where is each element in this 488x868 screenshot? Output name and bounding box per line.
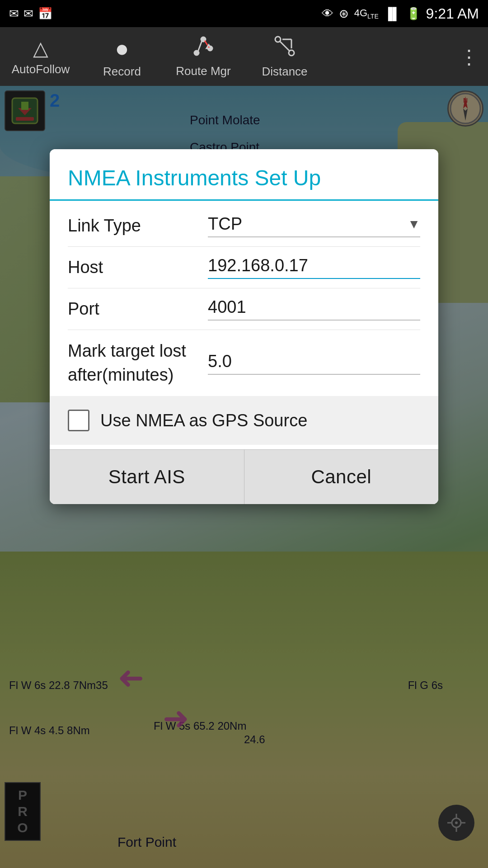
toolbar-routemgr[interactable]: Route Mgr <box>163 27 244 86</box>
cancel-button[interactable]: Cancel <box>244 449 439 504</box>
toolbar-autofollow[interactable]: △ AutoFollow <box>0 27 81 86</box>
dialog-body: Link Type TCP ▼ Host 192.168.0.17 Port <box>50 201 438 449</box>
distance-icon <box>273 35 296 62</box>
link-type-value: TCP <box>208 214 408 234</box>
record-label: Record <box>103 65 141 79</box>
mark-target-label: Mark target lost after(minutes) <box>68 339 208 387</box>
eye-icon: 👁 <box>322 7 333 21</box>
toolbar-record[interactable]: ● Record <box>81 27 163 86</box>
autofollow-label: AutoFollow <box>12 62 70 76</box>
gmail-icon-2: ✉ <box>23 7 33 21</box>
distance-label: Distance <box>262 65 307 79</box>
host-input-wrap[interactable]: 192.168.0.17 <box>208 256 420 279</box>
nmea-gps-checkbox[interactable] <box>68 410 89 431</box>
bluetooth-icon: ⊛ <box>339 7 349 21</box>
link-type-select[interactable]: TCP ▼ <box>208 214 420 237</box>
port-value: 4001 <box>208 297 246 316</box>
port-input-wrap[interactable]: 4001 <box>208 297 420 321</box>
link-type-label: Link Type <box>68 215 208 237</box>
routemgr-label: Route Mgr <box>176 64 230 78</box>
svg-line-3 <box>198 41 202 52</box>
status-time: 9:21 AM <box>426 5 479 22</box>
calendar-icon: 📅 <box>38 7 52 21</box>
more-menu-icon[interactable]: ⋮ <box>459 45 488 68</box>
dialog-buttons: Start AIS Cancel <box>50 449 438 504</box>
status-right-icons: 👁 ⊛ 4GLTE ▐▌ 🔋 9:21 AM <box>322 5 479 22</box>
lte-icon: 4GLTE <box>354 7 379 20</box>
link-type-row: Link Type TCP ▼ <box>50 205 438 246</box>
routemgr-icon <box>192 35 215 61</box>
dialog-backdrop: NMEA Instruments Set Up Link Type TCP ▼ … <box>0 86 488 868</box>
mark-target-row: Mark target lost after(minutes) 5.0 <box>50 330 438 396</box>
record-icon: ● <box>115 35 129 62</box>
status-bar: ✉ ✉ 📅 👁 ⊛ 4GLTE ▐▌ 🔋 9:21 AM <box>0 0 488 27</box>
nmea-gps-row[interactable]: Use NMEA as GPS Source <box>50 396 438 445</box>
toolbar-distance[interactable]: Distance <box>244 27 325 86</box>
port-label: Port <box>68 298 208 320</box>
dialog-title: NMEA Instruments Set Up <box>68 165 420 190</box>
nmea-gps-label: Use NMEA as GPS Source <box>100 411 307 430</box>
status-left-icons: ✉ ✉ 📅 <box>9 7 52 21</box>
host-row: Host 192.168.0.17 <box>50 247 438 288</box>
mark-target-value: 5.0 <box>208 352 232 371</box>
port-row: Port 4001 <box>50 288 438 330</box>
signal-icon: ▐▌ <box>384 7 401 21</box>
app-toolbar: △ AutoFollow ● Record Route Mgr <box>0 27 488 86</box>
host-label: Host <box>68 256 208 278</box>
svg-line-8 <box>280 41 290 51</box>
autofollow-icon: △ <box>33 37 48 60</box>
dialog-header: NMEA Instruments Set Up <box>50 149 438 199</box>
mark-target-input-wrap[interactable]: 5.0 <box>208 352 420 375</box>
nmea-setup-dialog: NMEA Instruments Set Up Link Type TCP ▼ … <box>50 149 438 504</box>
host-value: 192.168.0.17 <box>208 256 308 275</box>
gmail-icon-1: ✉ <box>9 7 19 21</box>
battery-icon: 🔋 <box>406 7 421 21</box>
start-ais-button[interactable]: Start AIS <box>50 449 244 504</box>
dropdown-arrow-icon: ▼ <box>408 217 420 231</box>
